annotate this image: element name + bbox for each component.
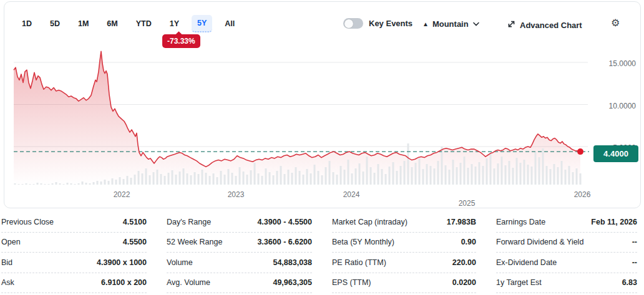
y-tick-10: 10.0000 — [593, 102, 636, 110]
stat-label: Market Cap (intraday) — [332, 218, 407, 226]
stat-value: 6.83 — [622, 278, 637, 287]
stat-earnings-date: Earnings DateFeb 11, 2026 — [496, 212, 637, 233]
expand-diagonal-icon — [507, 19, 515, 31]
chart-type-label: Mountain — [432, 19, 469, 29]
stat-value: 54,883,038 — [273, 258, 312, 267]
stat-label: Avg. Volume — [167, 278, 210, 287]
stat-label: Open — [1, 238, 21, 246]
stat-beta-5y-monthly-: Beta (5Y Monthly)0.90 — [332, 233, 476, 253]
tab-all[interactable]: All — [223, 16, 236, 32]
stat-label: Previous Close — [1, 218, 54, 226]
stat-label: Beta (5Y Monthly) — [332, 238, 394, 246]
stat-ex-dividend-date: Ex-Dividend Date-- — [496, 253, 637, 273]
stat-label: Ex-Dividend Date — [496, 258, 557, 267]
period-change-badge: -73.33% — [162, 34, 200, 48]
x-tick-2022: 2022 — [108, 190, 135, 199]
x-tick-2026: 2026 — [568, 190, 596, 199]
stat-bid: Bid4.3900 x 1000 — [1, 253, 147, 273]
tab-ytd[interactable]: YTD — [135, 16, 153, 32]
stat-market-cap-intraday-: Market Cap (intraday)17.983B — [332, 212, 476, 233]
stat-label: Forward Dividend & Yield — [496, 238, 583, 246]
stat-value: 3.3600 - 6.6200 — [257, 238, 312, 246]
stat-forward-dividend-yield: Forward Dividend & Yield-- — [496, 233, 637, 253]
mountain-icon: ▲ — [422, 21, 429, 27]
chart-type-dropdown[interactable]: ▲ Mountain — [422, 19, 479, 29]
advanced-chart-button[interactable]: Advanced Chart — [507, 19, 582, 31]
gear-icon[interactable]: ⚙ — [611, 17, 620, 29]
stat-avg-volume: Avg. Volume49,963,305 — [167, 273, 312, 294]
toggle-track-icon[interactable] — [343, 18, 363, 29]
x-tick-2025: 2025 — [453, 199, 481, 208]
range-tabs: 1D5D1M6MYTD1Y5YAll — [21, 15, 251, 32]
stat-ask: Ask6.9100 x 200 — [1, 273, 147, 294]
stat-value: Feb 11, 2026 — [591, 218, 637, 226]
stat-volume: Volume54,883,038 — [167, 253, 312, 273]
stat-value: 220.00 — [452, 258, 476, 267]
stat-label: Ask — [1, 278, 14, 287]
stat-label: 1y Target Est — [496, 278, 542, 287]
stat-label: Earnings Date — [496, 218, 545, 226]
stat-value: -- — [632, 258, 637, 267]
stat-label: EPS (TTM) — [332, 278, 371, 287]
tab-5d[interactable]: 5D — [49, 16, 61, 32]
stat-label: 52 Week Range — [167, 238, 222, 246]
stat-label: Day's Range — [167, 218, 211, 226]
stat-52-week-range: 52 Week Range3.3600 - 6.6200 — [167, 233, 312, 253]
key-events-label: Key Events — [369, 19, 412, 28]
stat-value: 0.90 — [461, 238, 476, 246]
stat-label: Bid — [1, 258, 12, 267]
stat-value: 49,963,305 — [273, 278, 312, 287]
advanced-chart-label: Advanced Chart — [520, 21, 582, 30]
stat-value: 4.5500 — [123, 238, 147, 246]
tab-1m[interactable]: 1M — [77, 16, 90, 32]
stat-value: 4.5100 — [123, 218, 147, 226]
stat-pe-ratio-ttm-: PE Ratio (TTM)220.00 — [332, 253, 476, 273]
tab-6m[interactable]: 6M — [105, 16, 119, 32]
tab-1y[interactable]: 1Y — [168, 16, 180, 32]
stat-1y-target-est: 1y Target Est6.83 — [496, 273, 637, 294]
y-tick-15: 15.0000 — [593, 59, 636, 68]
stat-value: 17.983B — [447, 218, 476, 226]
stat-previous-close: Previous Close4.5100 — [1, 212, 147, 233]
current-price-badge: 4.4000 — [593, 145, 638, 162]
key-events-toggle[interactable]: Key Events — [343, 18, 412, 29]
stat-value: 4.3900 - 4.5500 — [257, 218, 312, 226]
stat-label: Volume — [167, 258, 193, 267]
tab-5y[interactable]: 5Y — [192, 15, 212, 32]
quote-chart-module: 1D5D1M6MYTD1Y5YAll -73.33% Key Events ▲ … — [0, 0, 644, 295]
chevron-down-icon — [473, 22, 479, 26]
stat-value: -- — [632, 238, 637, 246]
stat-open: Open4.5500 — [1, 233, 147, 253]
toggle-knob-icon — [344, 19, 353, 28]
stat-value: 6.9100 x 200 — [101, 278, 147, 287]
x-tick-2023: 2023 — [222, 190, 250, 199]
quote-statistics: Previous Close4.5100Open4.5500Bid4.3900 … — [1, 212, 638, 293]
last-price-dot — [577, 148, 583, 155]
stat-day-s-range: Day's Range4.3900 - 4.5500 — [167, 212, 312, 233]
stat-eps-ttm-: EPS (TTM)0.0200 — [332, 273, 476, 294]
stat-value: 4.3900 x 1000 — [97, 258, 147, 267]
tab-1d[interactable]: 1D — [21, 16, 33, 32]
stat-value: 0.0200 — [452, 278, 476, 287]
x-tick-2024: 2024 — [338, 190, 365, 199]
stat-label: PE Ratio (TTM) — [332, 258, 386, 267]
